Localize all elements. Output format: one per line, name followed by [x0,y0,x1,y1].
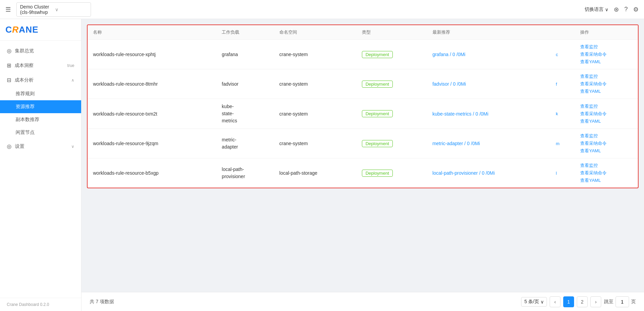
recommendation-link[interactable]: grafana / 0 /0Mi [433,52,465,57]
cell-namespace: crane-system [274,40,356,69]
table-row: workloads-rule-resource-b5xgp local-path… [88,158,638,188]
cluster-label: Demo Cluster (cls-9hswhvp [20,4,52,15]
table-header-row: 名称 工作负载 命名空间 类型 最新推荐 操作 [88,25,638,40]
sidebar-item-settings[interactable]: ◎ 设置 ∨ [0,139,81,154]
view-adopt-command-link[interactable]: 查看采纳命令 [580,51,632,57]
recommendation-link[interactable]: metric-adapter / 0 /0Mi [433,141,480,146]
prev-page-button[interactable]: ‹ [550,296,560,307]
col-actions: 操作 [575,25,638,40]
sidebar-item-cost-analysis[interactable]: ⊟ 成本分析 ∧ [0,73,81,87]
view-yaml-link[interactable]: 查看YAML [580,59,632,65]
lang-chevron-icon: ∨ [605,7,608,12]
cell-actions: 查看监控 查看采纳命令 查看YAML [575,69,638,99]
actions-container: 查看监控 查看采纳命令 查看YAML [580,162,632,184]
logo-r: R [12,24,19,35]
pagination-right: 5 条/页 ∨ ‹ 1 2 › 跳至 页 [521,296,636,307]
settings-icon[interactable]: ⚙ [633,6,639,13]
view-adopt-command-link[interactable]: 查看采纳命令 [580,111,632,117]
sidebar-nav: ◎ 集群总览 ⊞ 成本洞察 true ⊟ 成本分析 ∧ 推荐规则 资源推荐 副本… [0,41,81,298]
sidebar-item-label: 成本分析 [15,77,68,83]
view-adopt-command-link[interactable]: 查看采纳命令 [580,81,632,87]
sidebar-item-resource-recommend[interactable]: 资源推荐 [0,100,81,113]
sidebar-footer: Crane Dashboard 0.2.0 [0,298,81,311]
view-monitor-link[interactable]: 查看监控 [580,73,632,80]
view-yaml-link[interactable]: 查看YAML [580,177,632,184]
col-type: 类型 [356,25,427,40]
cell-recommendation: kube-state-metrics / 0 /0Mi [427,99,551,129]
content-area: 名称 工作负载 命名空间 类型 最新推荐 操作 workloads-rule-r… [81,19,644,292]
view-adopt-command-link[interactable]: 查看采纳命令 [580,170,632,176]
cell-type: Deployment [356,158,427,188]
view-yaml-link[interactable]: 查看YAML [580,118,632,124]
layout: CRANE ◎ 集群总览 ⊞ 成本洞察 true ⊟ 成本分析 ∧ 推荐规则 [0,19,644,311]
table-row: workloads-rule-resource-9jzqm metric-ada… [88,129,638,158]
page-2-button[interactable]: 2 [577,296,588,307]
cell-name: workloads-rule-resource-xphtj [88,40,216,69]
cost-insight-icon: ⊞ [7,62,11,69]
cell-namespace: local-path-storage [274,158,356,188]
cluster-overview-icon: ◎ [7,48,12,54]
cell-recommendation: local-path-provisioner / 0 /0Mi [427,158,551,188]
cluster-selector[interactable]: Demo Cluster (cls-9hswhvp ∨ [16,2,91,17]
menu-toggle-icon[interactable]: ☰ [5,6,11,13]
logo: CRANE [0,19,81,41]
cell-extra: k [550,99,575,129]
help-icon[interactable]: ? [624,6,628,13]
actions-container: 查看监控 查看采纳命令 查看YAML [580,103,632,124]
sidebar-item-label: 集群总览 [15,48,74,54]
view-yaml-link[interactable]: 查看YAML [580,148,632,154]
sidebar-item-cluster-overview[interactable]: ◎ 集群总览 [0,44,81,58]
main-content: 名称 工作负载 命名空间 类型 最新推荐 操作 workloads-rule-r… [81,19,644,311]
cell-type: Deployment [356,99,427,129]
goto-label: 跳至 [604,299,613,305]
github-icon[interactable]: ⊛ [614,6,619,13]
table-row: workloads-rule-resource-txm2t kube-state… [88,99,638,129]
header-right: 切换语言 ∨ ⊛ ? ⚙ [585,6,639,13]
cell-recommendation: grafana / 0 /0Mi [427,40,551,69]
goto-input[interactable] [615,296,629,307]
view-monitor-link[interactable]: 查看监控 [580,162,632,169]
recommendation-link[interactable]: kube-state-metrics / 0 /0Mi [433,111,489,117]
cell-workload: kube-state-metrics [216,99,274,129]
col-workload: 工作负载 [216,25,274,40]
view-yaml-link[interactable]: 查看YAML [580,88,632,94]
table-row: workloads-rule-resource-8tmhr fadvisor c… [88,69,638,99]
view-adopt-command-link[interactable]: 查看采纳命令 [580,140,632,146]
recommendation-link[interactable]: local-path-provisioner / 0 /0Mi [433,170,495,176]
view-monitor-link[interactable]: 查看监控 [580,44,632,50]
page-1-button[interactable]: 1 [563,296,574,307]
page-goto: 跳至 页 [604,296,636,307]
view-monitor-link[interactable]: 查看监控 [580,103,632,109]
page-size-select[interactable]: 5 条/页 ∨ [521,297,547,307]
lang-switch-label: 切换语言 [585,6,604,13]
col-recommendation: 最新推荐 [427,25,551,40]
recommendation-link[interactable]: fadvisor / 0 /0Mi [433,81,466,87]
cell-type: Deployment [356,129,427,158]
total-count: 共 7 项数据 [90,299,114,305]
cell-type: Deployment [356,40,427,69]
cell-extra: l [550,158,575,188]
sidebar-item-replica-recommend[interactable]: 副本数推荐 [0,113,81,126]
sidebar-item-cost-insight[interactable]: ⊞ 成本洞察 true [0,58,81,73]
lang-switch-button[interactable]: 切换语言 ∨ [585,6,608,13]
cost-analysis-arrow-icon: ∧ [71,78,74,83]
col-extra [550,25,575,40]
next-page-button[interactable]: › [590,296,601,307]
cell-workload: local-path-provisioner [216,158,274,188]
view-monitor-link[interactable]: 查看监控 [580,133,632,139]
sidebar-item-idle-node[interactable]: 闲置节点 [0,126,81,139]
page-size-chevron-icon: ∨ [540,299,544,305]
cell-workload: fadvisor [216,69,274,99]
cell-recommendation: fadvisor / 0 /0Mi [427,69,551,99]
logo-text: CRANE [5,24,38,35]
sidebar-item-recommend-rule[interactable]: 推荐规则 [0,87,81,100]
cell-name: workloads-rule-resource-8tmhr [88,69,216,99]
logo-ane: ANE [19,24,39,35]
cell-namespace: crane-system [274,99,356,129]
cell-namespace: crane-system [274,129,356,158]
cell-namespace: crane-system [274,69,356,99]
cell-name: workloads-rule-resource-txm2t [88,99,216,129]
cell-actions: 查看监控 查看采纳命令 查看YAML [575,129,638,158]
cell-workload: grafana [216,40,274,69]
cell-extra: m [550,129,575,158]
